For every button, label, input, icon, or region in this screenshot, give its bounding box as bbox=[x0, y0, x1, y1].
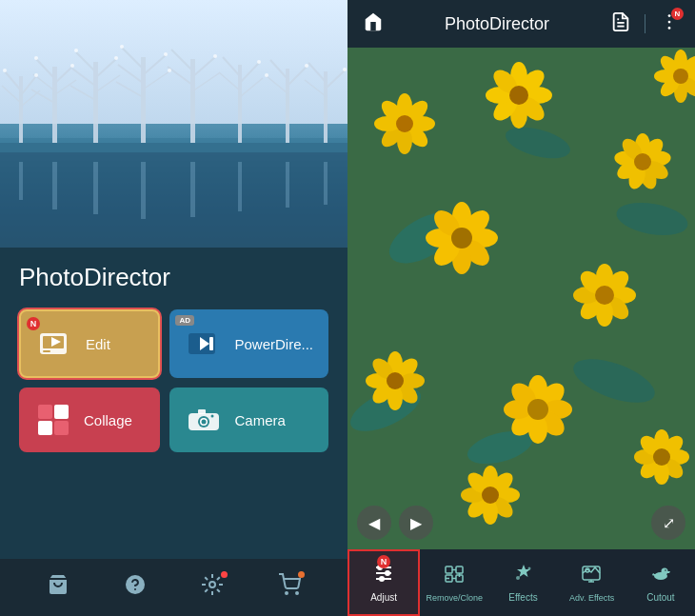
svg-point-202 bbox=[661, 568, 667, 575]
powerdir-tile[interactable]: AD PowerDire... bbox=[169, 309, 328, 378]
svg-point-186 bbox=[482, 487, 499, 504]
left-content: PhotoDirector N Edit AD bbox=[0, 248, 348, 559]
powerdir-label: PowerDire... bbox=[234, 336, 313, 352]
header-right-icons: N bbox=[610, 11, 680, 36]
svg-point-57 bbox=[120, 45, 124, 49]
svg-point-53 bbox=[34, 56, 38, 60]
svg-line-23 bbox=[143, 71, 169, 89]
svg-point-88 bbox=[668, 27, 671, 30]
cutout-tool[interactable]: Cutout bbox=[626, 549, 695, 616]
svg-line-40 bbox=[308, 63, 326, 82]
divider bbox=[645, 14, 645, 33]
svg-line-22 bbox=[118, 65, 143, 83]
edit-tile[interactable]: N Edit bbox=[19, 309, 160, 378]
svg-rect-47 bbox=[190, 162, 195, 217]
winter-scene bbox=[0, 0, 348, 248]
more-icon-wrap: N bbox=[659, 11, 680, 36]
document-icon-wrap bbox=[610, 11, 631, 36]
app-grid: N Edit AD bbox=[19, 309, 328, 452]
document-icon[interactable] bbox=[610, 11, 631, 32]
expand-button[interactable]: ⤢ bbox=[651, 506, 685, 540]
collage-label: Collage bbox=[84, 412, 132, 428]
svg-line-41 bbox=[326, 70, 345, 89]
powerdir-icon bbox=[185, 325, 223, 363]
svg-point-177 bbox=[673, 69, 688, 84]
home-icon[interactable] bbox=[363, 11, 384, 37]
svg-rect-49 bbox=[286, 162, 289, 208]
collage-tile[interactable]: Collage bbox=[19, 387, 160, 452]
svg-point-54 bbox=[70, 64, 74, 68]
svg-rect-44 bbox=[52, 162, 57, 209]
svg-line-42 bbox=[305, 80, 326, 96]
edit-label: Edit bbox=[86, 336, 110, 352]
svg-rect-2 bbox=[19, 76, 23, 143]
svg-line-27 bbox=[192, 57, 215, 77]
svg-point-123 bbox=[634, 153, 651, 170]
svg-point-197 bbox=[516, 576, 520, 580]
notification-badge: N bbox=[671, 8, 684, 20]
effects-icon bbox=[512, 563, 535, 588]
adv-effects-tool[interactable]: Adv. Effects bbox=[558, 549, 626, 616]
svg-point-51 bbox=[3, 69, 7, 72]
svg-rect-35 bbox=[286, 69, 289, 143]
cart-icon[interactable] bbox=[278, 573, 301, 602]
svg-point-75 bbox=[202, 420, 207, 425]
svg-line-20 bbox=[122, 48, 143, 69]
edit-badge-n: N bbox=[27, 317, 40, 330]
collage-icon bbox=[34, 401, 72, 439]
svg-line-36 bbox=[270, 60, 288, 79]
svg-line-37 bbox=[288, 67, 307, 86]
svg-line-32 bbox=[240, 63, 259, 83]
bag-icon[interactable] bbox=[47, 573, 70, 602]
svg-line-4 bbox=[21, 76, 36, 95]
camera-label: Camera bbox=[234, 412, 285, 428]
svg-point-83 bbox=[296, 592, 298, 594]
flowers-svg bbox=[348, 48, 695, 549]
right-header-title: PhotoDirector bbox=[384, 14, 610, 34]
svg-point-81 bbox=[209, 582, 215, 587]
svg-point-86 bbox=[668, 14, 671, 17]
svg-rect-19 bbox=[141, 57, 146, 143]
svg-point-52 bbox=[34, 73, 38, 77]
svg-rect-13 bbox=[93, 62, 98, 143]
svg-point-61 bbox=[257, 60, 261, 64]
svg-point-104 bbox=[396, 115, 413, 132]
svg-point-56 bbox=[114, 56, 118, 60]
left-background-image bbox=[0, 0, 348, 248]
svg-point-132 bbox=[451, 228, 472, 248]
effects-label: Effects bbox=[508, 592, 537, 603]
adv-effects-icon bbox=[581, 564, 604, 589]
svg-point-87 bbox=[668, 21, 671, 24]
adjust-badge: N bbox=[377, 555, 390, 568]
adv-effects-label: Adv. Effects bbox=[569, 593, 614, 603]
left-bottom-bar bbox=[0, 559, 348, 616]
svg-line-26 bbox=[171, 50, 192, 70]
svg-point-190 bbox=[385, 570, 390, 576]
settings-icon[interactable] bbox=[201, 573, 224, 602]
help-icon[interactable] bbox=[124, 573, 147, 602]
forward-button[interactable]: ▶ bbox=[399, 506, 433, 540]
edit-icon bbox=[36, 325, 74, 363]
svg-point-159 bbox=[527, 399, 548, 420]
svg-point-64 bbox=[265, 73, 268, 77]
svg-rect-0 bbox=[0, 143, 348, 248]
camera-tile[interactable]: Camera bbox=[169, 387, 328, 452]
svg-line-33 bbox=[219, 72, 240, 90]
svg-rect-68 bbox=[43, 350, 50, 352]
back-button[interactable]: ◀ bbox=[357, 506, 391, 540]
svg-rect-50 bbox=[324, 162, 328, 205]
cutout-icon bbox=[649, 563, 672, 588]
powerdir-badge-ad: AD bbox=[175, 315, 194, 326]
svg-point-141 bbox=[595, 286, 614, 305]
svg-rect-1 bbox=[0, 138, 348, 152]
remove-clone-tool[interactable]: Remove/Clone bbox=[420, 549, 488, 616]
svg-line-21 bbox=[143, 55, 166, 75]
effects-tool[interactable]: Effects bbox=[488, 549, 557, 616]
svg-rect-48 bbox=[238, 162, 242, 211]
nav-arrows: ◀ ▶ bbox=[357, 506, 433, 540]
adjust-tool[interactable]: Adjust N bbox=[348, 549, 420, 616]
svg-rect-46 bbox=[141, 162, 146, 219]
svg-line-17 bbox=[95, 75, 120, 92]
right-header: PhotoDirector N bbox=[348, 0, 695, 48]
svg-rect-39 bbox=[324, 71, 328, 143]
